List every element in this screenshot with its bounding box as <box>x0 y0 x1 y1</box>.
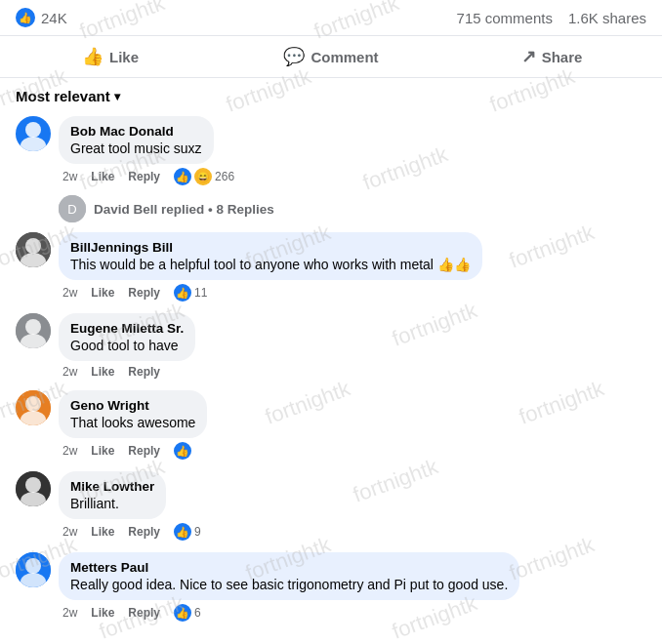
sort-row: Most relevant ▾ <box>0 78 662 110</box>
replied-avatar: D <box>59 195 86 222</box>
comment-time: 2w <box>62 525 77 539</box>
replied-thread[interactable]: D David Bell replied • 8 Replies <box>0 191 662 226</box>
svg-point-1 <box>21 137 46 151</box>
avatar <box>16 232 51 267</box>
engagement-bar: 👍 24K 715 comments 1.6K shares <box>0 0 662 36</box>
comment-text: Brilliant. <box>70 496 154 511</box>
like-reaction: 👍 <box>174 168 191 185</box>
svg-point-0 <box>25 122 41 138</box>
reply-action[interactable]: Reply <box>128 525 160 539</box>
like-action[interactable]: Like <box>91 606 114 620</box>
comment-time: 2w <box>62 444 77 458</box>
reaction-number: 266 <box>215 170 234 183</box>
reply-action[interactable]: Reply <box>128 365 160 379</box>
comment-time: 2w <box>62 365 77 379</box>
commenter-name: Mike Lowther <box>70 479 154 494</box>
like-count: 24K <box>41 10 67 26</box>
comment-content: Mike Lowther Brilliant. 2w Like Reply 👍 … <box>59 471 646 541</box>
reaction-number: 6 <box>194 606 201 620</box>
stats-section: 715 comments 1.6K shares <box>457 10 646 26</box>
comment-bubble: Mike Lowther Brilliant. <box>59 471 166 519</box>
like-button[interactable]: 👍 Like <box>0 38 221 75</box>
share-button-label: Share <box>542 49 583 65</box>
comment-bubble: Metters Paul Really good idea. Nice to s… <box>59 552 519 600</box>
like-reaction: 👍 <box>174 523 191 541</box>
avatar <box>16 390 51 425</box>
reply-action[interactable]: Reply <box>128 606 160 620</box>
sort-selector[interactable]: Most relevant ▾ <box>16 88 120 104</box>
avatar <box>16 471 51 506</box>
sort-label-text: Most relevant <box>16 88 110 104</box>
comment-item: BillJennings Bill This would be a helpfu… <box>0 226 662 307</box>
like-reaction-icon: 👍 <box>16 8 35 27</box>
comment-content: Metters Paul Really good idea. Nice to s… <box>59 552 646 622</box>
comment-text: Really good idea. Nice to see basic trig… <box>70 577 508 592</box>
commenter-name: Bob Mac Donald <box>70 124 202 139</box>
comment-bubble: Eugene Miletta Sr. Good tool to have <box>59 313 195 361</box>
reaction-number: 9 <box>194 525 201 539</box>
haha-reaction: 😄 <box>194 168 212 185</box>
action-buttons-row: 👍 Like 💬 Comment ↗ Share <box>0 36 662 78</box>
share-button[interactable]: ↗ Share <box>441 38 662 75</box>
comment-bubble: Geno Wright That looks awesome <box>59 390 207 438</box>
likes-section: 👍 24K <box>16 8 67 27</box>
comment-content: BillJennings Bill This would be a helpfu… <box>59 232 646 302</box>
svg-point-5 <box>25 238 41 254</box>
reply-action[interactable]: Reply <box>128 286 160 300</box>
comment-item: Metters Paul Really good idea. Nice to s… <box>0 546 662 627</box>
like-reaction: 👍 <box>174 442 191 460</box>
commenter-name: Metters Paul <box>70 560 508 575</box>
comment-time: 2w <box>62 286 77 300</box>
like-button-label: Like <box>109 49 139 65</box>
svg-point-14 <box>25 477 41 493</box>
avatar <box>16 116 51 151</box>
comment-item: Geno Wright That looks awesome 2w Like R… <box>0 384 662 465</box>
like-action[interactable]: Like <box>91 525 114 539</box>
comment-actions: 2w Like Reply <box>59 365 646 379</box>
reply-action[interactable]: Reply <box>128 170 160 183</box>
comment-content: Eugene Miletta Sr. Good tool to have 2w … <box>59 313 646 379</box>
comment-button-label: Comment <box>310 49 378 65</box>
comment-item: Bob Mac Donald Great tool music suxz 2w … <box>0 110 662 191</box>
like-action[interactable]: Like <box>91 170 114 183</box>
like-button-icon: 👍 <box>82 46 103 67</box>
comment-time: 2w <box>62 606 77 620</box>
shares-count: 1.6K shares <box>568 10 646 26</box>
comment-actions: 2w Like Reply 👍 11 <box>59 284 646 302</box>
sort-arrow-icon: ▾ <box>114 90 120 103</box>
avatar <box>16 313 51 348</box>
comment-content: Geno Wright That looks awesome 2w Like R… <box>59 390 646 460</box>
comment-actions: 2w Like Reply 👍 😄 266 <box>59 168 646 185</box>
comments-count: 715 comments <box>457 10 553 26</box>
comment-bubble: Bob Mac Donald Great tool music suxz <box>59 116 214 164</box>
commenter-name: BillJennings Bill <box>70 240 471 255</box>
svg-point-17 <box>25 558 41 574</box>
reaction-count: 👍 <box>174 442 191 460</box>
avatar <box>16 552 51 587</box>
svg-point-11 <box>25 396 41 412</box>
reply-action[interactable]: Reply <box>128 444 160 458</box>
comment-actions: 2w Like Reply 👍 9 <box>59 523 646 541</box>
svg-text:D: D <box>67 202 76 217</box>
reaction-count: 👍 9 <box>174 523 201 541</box>
replied-text: David Bell replied • 8 Replies <box>94 202 274 217</box>
reaction-count: 👍 11 <box>174 284 207 302</box>
commenter-name: Geno Wright <box>70 398 195 413</box>
comment-text: That looks awesome <box>70 415 195 430</box>
comment-text: Good tool to have <box>70 338 184 353</box>
reaction-number: 11 <box>194 286 207 300</box>
comment-bubble: BillJennings Bill This would be a helpfu… <box>59 232 482 280</box>
comment-button[interactable]: 💬 Comment <box>221 38 441 75</box>
reaction-count: 👍 😄 266 <box>174 168 234 185</box>
like-action[interactable]: Like <box>91 365 114 379</box>
svg-point-8 <box>25 319 41 335</box>
comment-text: Great tool music suxz <box>70 141 202 156</box>
comment-text: This would be a helpful tool to anyone w… <box>70 257 471 272</box>
like-action[interactable]: Like <box>91 444 114 458</box>
comment-item: Mike Lowther Brilliant. 2w Like Reply 👍 … <box>0 465 662 546</box>
like-reaction: 👍 <box>174 284 191 302</box>
commenter-name: Eugene Miletta Sr. <box>70 321 184 336</box>
comment-button-icon: 💬 <box>283 46 305 67</box>
like-action[interactable]: Like <box>91 286 114 300</box>
comment-item: Eugene Miletta Sr. Good tool to have 2w … <box>0 307 662 384</box>
